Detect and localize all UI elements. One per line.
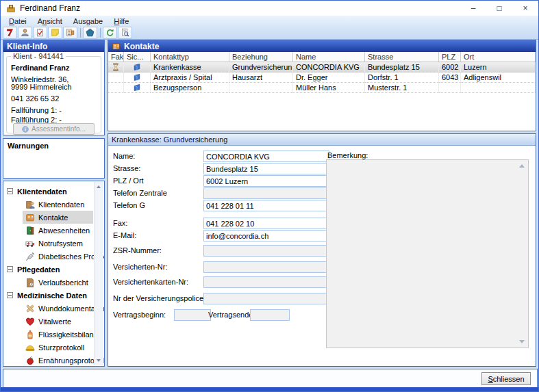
email-field[interactable] <box>203 230 329 241</box>
schliessen-button[interactable]: Schliessen <box>481 372 531 385</box>
contacts-header: Kontakte <box>108 40 536 52</box>
client-groupbox: Klient - 941441 Ferdinand Franz Winkelri… <box>6 56 101 133</box>
table-row-bezugsperson[interactable]: Bezugsperson Müller Hans Musterstr. 1 <box>108 83 536 93</box>
versichertenkarten-nr-label: Versichertenkarten-Nr: <box>113 278 188 286</box>
apple-icon <box>24 356 36 365</box>
heart-icon <box>24 317 36 326</box>
client-name: Ferdinand Franz <box>11 64 70 72</box>
contact-detail-panel: Krankenkasse: Grundversicherung Name: St… <box>108 133 536 367</box>
client-icon[interactable] <box>18 27 32 39</box>
tree-item-diabetisches-protokoll[interactable]: Diabetisches Protokoll <box>23 250 93 263</box>
refresh-icon[interactable] <box>103 27 117 39</box>
stop-pentagon-icon[interactable] <box>83 27 97 39</box>
tree-item-fluessigkeitsbilanz[interactable]: Flüssigkeitsbilanz <box>23 328 93 341</box>
telefon-zentrale-field <box>203 187 329 199</box>
fax-label: Fax: <box>113 219 127 227</box>
door-icon <box>24 226 36 235</box>
client-data-icon <box>24 200 36 209</box>
telefon-g-label: Telefon G <box>113 201 145 209</box>
scroll-up-icon[interactable] <box>97 185 101 188</box>
tree-item-kontakte[interactable]: Kontakte <box>23 211 93 224</box>
menu-hilfe[interactable]: Hilfe <box>108 17 134 25</box>
plz-ort-field[interactable] <box>203 175 329 187</box>
client-info-panel: Klient-Info Klient - 941441 Ferdinand Fr… <box>3 40 105 135</box>
table-row-krankenkasse[interactable]: Krankenkasse Grundversicherung CONCORDIA… <box>108 62 536 73</box>
scroll-up-icon[interactable] <box>519 164 525 168</box>
menu-bar: Datei Ansicht Ausgabe Hilfe <box>1 16 538 26</box>
tree-item-ernaehrungsprotokoll[interactable]: Ernährungsprotokoll <box>23 354 93 367</box>
case-management-1: Fallführung 1: - <box>11 106 62 114</box>
tree-group-medizinische-daten[interactable]: Medizinische Daten <box>3 289 104 302</box>
contacts-icon <box>24 213 36 222</box>
detail-header: Krankenkasse: Grundversicherung <box>108 134 536 146</box>
tree-item-sturzprotokoll[interactable]: Sturzprotokoll <box>23 341 93 354</box>
column-header-ort[interactable]: Ort <box>461 52 536 62</box>
column-header-strasse[interactable]: Strasse <box>365 52 439 62</box>
tree-item-wunddokumentation[interactable]: Wunddokumentation <box>23 302 93 315</box>
client-phone: 041 326 65 32 <box>11 94 59 103</box>
vertragsende-label: Vertragsende: <box>208 311 255 319</box>
window-title: Ferdinand Franz <box>20 3 80 13</box>
blue-book-icon <box>124 62 151 73</box>
strasse-field[interactable] <box>203 163 329 174</box>
column-header-name[interactable]: Name <box>293 52 365 62</box>
close-window-button[interactable]: × <box>512 1 538 16</box>
blue-book-icon <box>124 73 151 83</box>
tree-item-vitalwerte[interactable]: Vitalwerte <box>23 315 93 328</box>
tasks-clipboard-icon[interactable] <box>33 27 47 39</box>
telefon-g-field[interactable] <box>203 200 329 211</box>
zsr-nummer-field <box>203 245 329 257</box>
bemerkung-label: Bemerkung: <box>327 151 368 159</box>
scroll-down-icon[interactable] <box>97 359 101 362</box>
app-icon <box>6 3 16 13</box>
column-header-beziehung[interactable]: Beziehung <box>229 52 293 62</box>
print-preview-icon[interactable] <box>118 27 132 39</box>
name-label: Name: <box>113 152 135 160</box>
collapse-icon[interactable] <box>7 188 13 194</box>
tree-item-klientendaten[interactable]: Klientendaten <box>23 198 93 211</box>
collapse-icon[interactable] <box>7 292 13 298</box>
blue-book-icon <box>124 83 151 93</box>
tree-item-abwesenheiten[interactable]: Abwesenheiten <box>23 224 93 237</box>
column-header-kontakttyp[interactable]: Kontakttyp <box>151 52 229 62</box>
column-header-fak[interactable]: Fak... <box>108 52 124 62</box>
versicherten-nr-field <box>203 261 329 273</box>
seven-logo-icon[interactable] <box>3 27 17 39</box>
column-header-sic[interactable]: Sic... <box>124 52 151 62</box>
helmet-icon <box>24 343 36 352</box>
tree-group-pflegedaten[interactable]: Pflegedaten <box>3 263 104 276</box>
window-bottom-border <box>1 387 538 391</box>
contacts-panel: Kontakte Fak... Sic... Kontakttyp Bezieh… <box>108 40 536 131</box>
contacts-title: Kontakte <box>124 42 159 51</box>
table-row-arztpraxis[interactable]: Arztpraxis / Spital Hausarzt Dr. Egger D… <box>108 73 536 83</box>
vertragsbeginn-label: Vertragsbeginn: <box>113 311 166 319</box>
toolbar-separator <box>80 28 81 38</box>
zsr-nummer-label: ZSR-Nummer: <box>113 246 162 254</box>
collapse-icon[interactable] <box>7 266 13 272</box>
maximize-button[interactable]: □ <box>486 1 512 16</box>
checkout-person-icon[interactable] <box>63 27 77 39</box>
hourglass-icon <box>108 62 124 73</box>
tree-item-notrufsystem[interactable]: Notrufsystem <box>23 237 93 250</box>
syringe-icon <box>24 252 36 261</box>
warnings-title: Warnungen <box>8 142 49 150</box>
menu-datei[interactable]: Datei <box>3 17 32 25</box>
bemerkung-textarea <box>326 159 529 348</box>
footer-bar: Schliessen <box>3 369 538 388</box>
bandage-icon <box>24 304 36 313</box>
tree-group-klientendaten[interactable]: Klientendaten <box>3 185 104 198</box>
assessment-info-button: Assessmentinfo... <box>13 123 95 135</box>
minimize-button[interactable]: – <box>460 1 486 16</box>
strasse-label: Strasse: <box>113 164 140 172</box>
menu-ausgabe[interactable]: Ausgabe <box>68 17 108 25</box>
name-field[interactable] <box>203 151 329 162</box>
client-city: 9999 Himmelreich <box>11 83 72 91</box>
notes-icon[interactable] <box>48 27 62 39</box>
tree-item-verlaufsbericht[interactable]: Verlaufsbericht <box>23 276 93 289</box>
column-header-plz[interactable]: PLZ <box>439 52 461 62</box>
menu-ansicht[interactable]: Ansicht <box>32 17 68 25</box>
bottle-icon <box>24 330 36 339</box>
scroll-down-icon[interactable] <box>519 340 525 343</box>
tree-scrollbar[interactable] <box>94 182 103 365</box>
fax-field[interactable] <box>203 218 329 229</box>
